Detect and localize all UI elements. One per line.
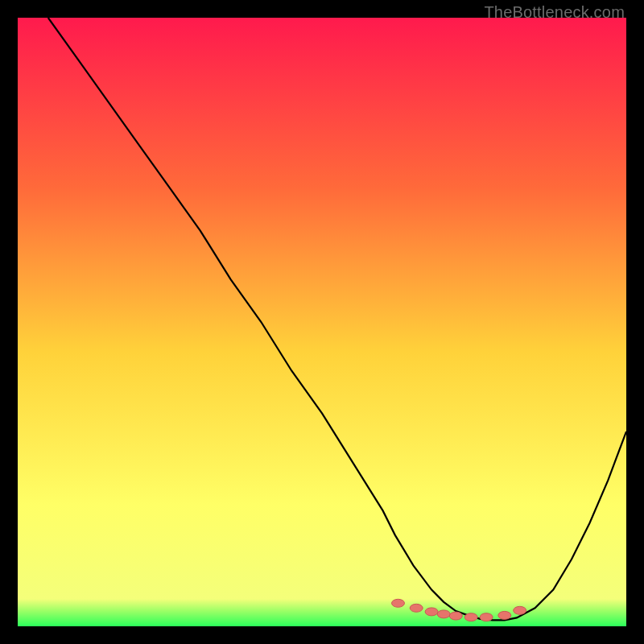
valley-marker — [480, 613, 493, 621]
valley-marker — [410, 604, 423, 612]
valley-marker — [449, 612, 462, 620]
valley-marker — [425, 608, 438, 616]
valley-marker — [392, 599, 405, 607]
valley-marker — [464, 613, 477, 621]
bottleneck-chart — [18, 18, 626, 626]
valley-marker — [514, 606, 526, 614]
gradient-fill — [18, 18, 626, 626]
valley-marker — [498, 611, 511, 619]
chart-frame — [18, 18, 626, 626]
valley-marker — [437, 610, 450, 618]
